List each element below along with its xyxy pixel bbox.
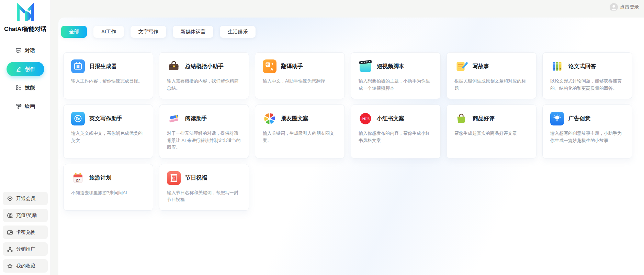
moments-icon (263, 112, 276, 125)
tool-card[interactable]: 商品好评帮您生成超真实的商品好评文案 (447, 104, 536, 158)
skills-icon (15, 85, 22, 91)
network-icon (7, 246, 13, 252)
card-head: 广告创意 (550, 112, 624, 125)
card-description: 对于一些无法理解的对话，提供对话背景让 AI 来进行解读并制定出适当的回应。 (167, 130, 241, 151)
card-head: 写故事 (454, 59, 529, 73)
sidebar-item[interactable]: 绘画 (7, 99, 44, 113)
daily-report-icon: 周 (71, 59, 85, 73)
svg-text:A: A (271, 67, 273, 71)
card-title: 写故事 (473, 63, 489, 70)
tool-card[interactable]: 广告创意输入想写的创意故事主题，小助手为你生成一篇妙趣横生的小故事 (542, 104, 632, 158)
sidebar-item-label: 对话 (25, 47, 35, 54)
category-tab[interactable]: 生活娱乐 (220, 26, 256, 38)
clapper-icon (359, 59, 372, 73)
sidebar-item-label: 绘画 (25, 103, 35, 110)
tool-card[interactable]: 短视频脚本输入想要拍摄的主题，小助手为你生成一个短视频脚本 (351, 52, 441, 99)
sidebar-item[interactable]: 对话 (7, 43, 44, 58)
star-icon (7, 263, 13, 269)
shopping-bag-icon (454, 112, 468, 125)
tool-card[interactable]: 福节日祝福输入节日名称和关键词，帮您写一封节日祝福 (159, 164, 249, 211)
card-description: 输入需要概括的内容，我们帮你精简总结。 (167, 78, 241, 92)
card-description: 输入工作内容，帮你快速完成日报。 (71, 78, 145, 85)
category-tabs: 全部AI工作文字写作新媒体运营生活娱乐 (58, 18, 644, 38)
app-title: ChatAI智能对话 (4, 25, 46, 33)
sidebar-item[interactable]: 创作 (7, 62, 44, 76)
card-head: 中A翻译助手 (263, 59, 337, 73)
tool-card[interactable]: 周日报生成器输入工作内容，帮你快速完成日报。 (63, 52, 153, 99)
utility-item[interactable]: 我的收藏 (3, 259, 48, 273)
paint-icon (15, 103, 22, 109)
svg-text:中: 中 (266, 63, 270, 66)
category-tab[interactable]: 文字写作 (131, 26, 166, 38)
sidebar: ChatAI智能对话 对话创作技能绘画 开通会员充值/奖励卡密兑换分销推广我的收… (0, 0, 51, 275)
tool-card[interactable]: 27旅游计划不知道去哪里旅游?来问问AI (63, 164, 153, 211)
tool-card[interactable]: 总结概括小助手输入需要概括的内容，我们帮你精简总结。 (159, 52, 249, 99)
card-description: 以论文形式讨论问题，能够获得连贯的、结构化的和更高质量的回答。 (550, 78, 624, 92)
card-head: 商品好评 (454, 112, 529, 125)
xiaohongshu-icon: 小红书 (359, 112, 372, 125)
utility-item[interactable]: 开通会员 (3, 192, 48, 205)
svg-text:小红书: 小红书 (361, 117, 370, 120)
card-description: 输入关键词，生成吸引人的朋友圈文案。 (263, 130, 337, 144)
card-head: 总结概括小助手 (167, 59, 241, 73)
card-icon (7, 229, 13, 235)
sidebar-item-label: 技能 (25, 85, 35, 91)
card-head: 周日报生成器 (71, 59, 145, 73)
tool-card[interactable]: 小红书小红书文案输入你想发布的内容，帮你生成小红书风格文案 (351, 104, 441, 158)
card-title: 英文写作助手 (89, 115, 122, 122)
translate-icon: 中A (263, 59, 276, 73)
avatar-icon (610, 3, 618, 11)
festival-icon: 福 (167, 171, 181, 185)
card-title: 论文式回答 (568, 63, 596, 70)
card-title: 小红书文案 (377, 115, 404, 122)
login-button[interactable]: 点击登录 (610, 3, 639, 11)
card-head: 27旅游计划 (71, 171, 145, 185)
card-title: 翻译助手 (281, 63, 303, 70)
tool-card[interactable]: 中A翻译助手输入中文，AI助手快速为您翻译 (255, 52, 345, 99)
card-description: 根据关键词生成原创文章和对应的标题 (454, 78, 529, 92)
card-title: 总结概括小助手 (185, 63, 224, 70)
card-title: 朋友圈文案 (281, 115, 308, 122)
card-title: 商品好评 (473, 115, 495, 122)
card-head: 论文式回答 (550, 59, 624, 73)
card-description: 输入想写的创意故事主题，小助手为你生成一篇妙趣横生的小故事 (550, 130, 624, 144)
card-head: 朋友圈文案 (263, 112, 337, 125)
tool-card[interactable]: 朋友圈文案输入关键词，生成吸引人的朋友圈文案。 (255, 104, 345, 158)
card-title: 节日祝福 (185, 174, 207, 182)
card-head: 短视频脚本 (359, 59, 433, 73)
gem-icon (7, 196, 13, 202)
card-description: 输入中文，AI助手快速为您翻译 (263, 78, 337, 85)
tool-card[interactable]: En英文写作助手输入英文或中文，帮你润色成优美的英文 (63, 104, 153, 158)
card-head: 福节日祝福 (167, 171, 241, 185)
category-tab[interactable]: AI工作 (93, 26, 124, 38)
category-tab[interactable]: 全部 (61, 26, 87, 38)
card-description: 不知道去哪里旅游?来问问AI (71, 189, 145, 197)
tool-card[interactable]: 写故事根据关键词生成原创文章和对应的标题 (447, 52, 536, 99)
card-head: En英文写作助手 (71, 112, 145, 125)
svg-text:En: En (76, 117, 80, 121)
utility-item[interactable]: 卡密兑换 (3, 226, 48, 239)
sidebar-item[interactable]: 技能 (7, 80, 44, 95)
card-description: 输入英文或中文，帮你润色成优美的英文 (71, 130, 145, 144)
utility-item[interactable]: 分销推广 (3, 242, 48, 256)
login-label: 点击登录 (620, 4, 639, 10)
card-description: 输入你想发布的内容，帮你生成小红书风格文案 (359, 130, 433, 144)
english-icon: En (71, 112, 85, 125)
card-description: 输入节日名称和关键词，帮您写一封节日祝福 (167, 189, 241, 204)
main-panel: 全部AI工作文字写作新媒体运营生活娱乐 周日报生成器输入工作内容，帮你快速完成日… (58, 18, 644, 275)
app-logo-icon (15, 3, 36, 22)
memo-pencil-icon (454, 59, 468, 73)
card-title: 短视频脚本 (377, 63, 404, 70)
calendar-27-icon: 27 (71, 171, 85, 185)
tool-card[interactable]: 论文式回答以论文形式讨论问题，能够获得连贯的、结构化的和更高质量的回答。 (542, 52, 632, 99)
books-icon (167, 112, 181, 125)
tool-card[interactable]: 阅读助手对于一些无法理解的对话，提供对话背景让 AI 来进行解读并制定出适当的回… (159, 104, 249, 158)
binders-icon (550, 59, 564, 73)
card-description: 输入想要拍摄的主题，小助手为你生成一个短视频脚本 (359, 78, 433, 92)
card-title: 旅游计划 (89, 174, 111, 182)
sidebar-nav: 对话创作技能绘画 (0, 43, 50, 113)
utility-item[interactable]: 充值/奖励 (3, 209, 48, 222)
chat-icon (15, 47, 22, 54)
card-title: 日报生成器 (89, 63, 117, 70)
category-tab[interactable]: 新媒体运营 (173, 26, 214, 38)
